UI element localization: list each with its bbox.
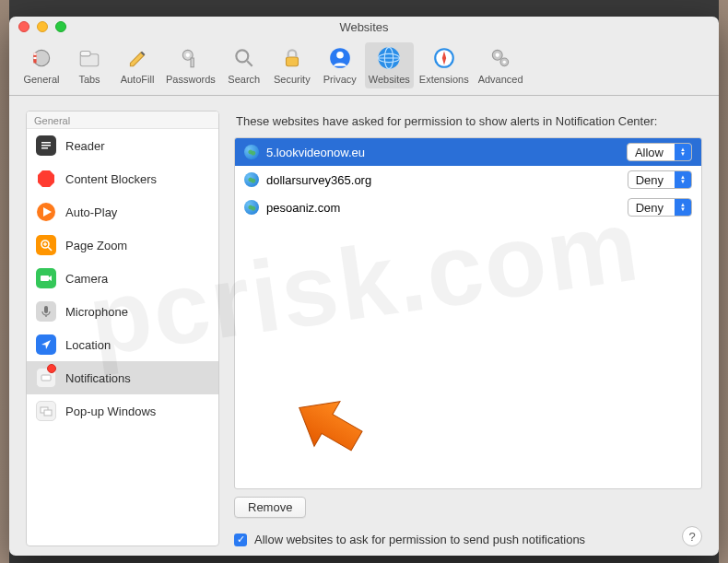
- tab-label: Advanced: [478, 74, 523, 85]
- permission-select[interactable]: Allow ▲▼: [627, 143, 692, 161]
- microphone-icon: [36, 301, 56, 322]
- website-list: 5.lookvideonow.eu Allow ▲▼ dollarsurvey3…: [234, 137, 702, 489]
- globe-icon: [244, 200, 259, 215]
- svg-point-9: [236, 50, 248, 62]
- svg-rect-3: [33, 56, 36, 58]
- preferences-window: Websites General Tabs AutoFill Passwords: [9, 17, 719, 556]
- sidebar-item-reader[interactable]: Reader: [27, 129, 218, 162]
- tab-label: Security: [274, 74, 311, 85]
- tab-extensions[interactable]: Extensions: [416, 42, 473, 88]
- compass-icon: [430, 44, 458, 72]
- tab-label: AutoFill: [121, 74, 155, 85]
- tab-label: Search: [228, 74, 260, 85]
- sidebar-section-header: General: [27, 111, 218, 129]
- play-icon: [36, 202, 56, 222]
- website-domain: dollarsurvey365.org: [266, 173, 620, 187]
- sidebar: General Reader Content Blockers Auto-Pla…: [26, 111, 219, 546]
- sidebar-item-popup-windows[interactable]: Pop-up Windows: [27, 394, 218, 428]
- sidebar-item-label: Notifications: [65, 371, 131, 385]
- close-icon[interactable]: [18, 21, 29, 32]
- tab-websites[interactable]: Websites: [365, 42, 414, 88]
- privacy-icon: [326, 44, 354, 72]
- chevron-updown-icon: ▲▼: [675, 171, 691, 188]
- svg-rect-24: [41, 142, 51, 144]
- tab-label: Tabs: [78, 74, 100, 85]
- sidebar-item-notifications[interactable]: Notifications: [27, 361, 218, 394]
- camera-icon: [36, 268, 56, 288]
- minimize-icon[interactable]: [37, 21, 48, 32]
- svg-rect-5: [80, 51, 90, 55]
- pane-heading: These websites have asked for permission…: [234, 111, 702, 137]
- svg-marker-27: [38, 170, 54, 187]
- gears-icon: [487, 44, 514, 72]
- svg-marker-38: [41, 340, 51, 349]
- search-icon: [230, 44, 258, 72]
- sidebar-item-label: Microphone: [65, 305, 128, 319]
- tab-label: General: [23, 74, 59, 85]
- tab-advanced[interactable]: Advanced: [475, 42, 527, 88]
- svg-rect-39: [41, 375, 51, 381]
- allow-push-checkbox[interactable]: ✓: [234, 534, 247, 546]
- toolbar: General Tabs AutoFill Passwords Search: [9, 37, 719, 96]
- sidebar-item-microphone[interactable]: Microphone: [27, 295, 218, 328]
- svg-rect-36: [44, 306, 48, 313]
- tab-label: Websites: [369, 74, 410, 85]
- svg-point-23: [503, 60, 506, 63]
- svg-rect-41: [44, 410, 52, 416]
- location-icon: [36, 334, 56, 355]
- chevron-updown-icon: ▲▼: [675, 144, 691, 160]
- permission-select[interactable]: Deny ▲▼: [628, 170, 692, 189]
- titlebar: Websites: [9, 17, 719, 37]
- gear-icon: [28, 44, 55, 72]
- tab-search[interactable]: Search: [221, 42, 267, 88]
- maximize-icon[interactable]: [55, 21, 66, 32]
- allow-push-label: Allow websites to ask for permission to …: [254, 533, 585, 546]
- globe-icon: [244, 172, 259, 187]
- sidebar-item-auto-play[interactable]: Auto-Play: [27, 195, 218, 229]
- website-domain: pesoaniz.com: [266, 201, 620, 215]
- reader-icon: [36, 135, 56, 156]
- website-row[interactable]: dollarsurvey365.org Deny ▲▼: [235, 166, 701, 194]
- sidebar-item-location[interactable]: Location: [27, 328, 218, 361]
- svg-rect-11: [286, 56, 298, 65]
- tab-label: Extensions: [419, 74, 469, 85]
- globe-icon: [244, 145, 259, 159]
- tab-autofill[interactable]: AutoFill: [114, 42, 160, 88]
- sidebar-item-label: Content Blockers: [65, 172, 157, 186]
- tab-privacy[interactable]: Privacy: [317, 42, 363, 88]
- sidebar-item-page-zoom[interactable]: Page Zoom: [27, 229, 218, 262]
- tab-tabs[interactable]: Tabs: [66, 42, 112, 88]
- sidebar-item-label: Reader: [65, 139, 105, 153]
- website-row[interactable]: 5.lookvideonow.eu Allow ▲▼: [235, 138, 701, 166]
- tab-general[interactable]: General: [18, 42, 65, 88]
- svg-line-10: [247, 61, 252, 65]
- tabs-icon: [76, 44, 103, 72]
- sidebar-item-camera[interactable]: Camera: [27, 262, 218, 295]
- lock-icon: [278, 44, 306, 72]
- sidebar-item-label: Camera: [65, 272, 108, 286]
- allow-push-row: ✓ Allow websites to ask for permission t…: [234, 523, 702, 546]
- sidebar-item-label: Location: [65, 338, 111, 352]
- tab-security[interactable]: Security: [269, 42, 315, 88]
- sidebar-item-label: Pop-up Windows: [65, 405, 156, 418]
- permission-select[interactable]: Deny ▲▼: [628, 198, 692, 217]
- website-row[interactable]: pesoaniz.com Deny ▲▼: [235, 194, 701, 221]
- sidebar-item-content-blockers[interactable]: Content Blockers: [27, 162, 218, 195]
- key-icon: [177, 44, 205, 72]
- globe-icon: [375, 44, 403, 72]
- svg-line-31: [48, 247, 52, 251]
- window-title: Websites: [9, 20, 719, 34]
- svg-point-7: [185, 53, 189, 56]
- help-button[interactable]: ?: [682, 526, 702, 546]
- tab-label: Privacy: [323, 74, 357, 85]
- website-domain: 5.lookvideonow.eu: [266, 146, 619, 159]
- tab-passwords[interactable]: Passwords: [162, 42, 219, 88]
- zoom-icon: [36, 235, 56, 255]
- svg-rect-8: [191, 58, 194, 67]
- sidebar-item-label: Page Zoom: [65, 239, 127, 252]
- pencil-icon: [123, 44, 151, 72]
- remove-button[interactable]: Remove: [234, 497, 306, 518]
- chevron-updown-icon: ▲▼: [675, 199, 691, 216]
- window-controls: [18, 21, 66, 32]
- stop-icon: [36, 169, 56, 189]
